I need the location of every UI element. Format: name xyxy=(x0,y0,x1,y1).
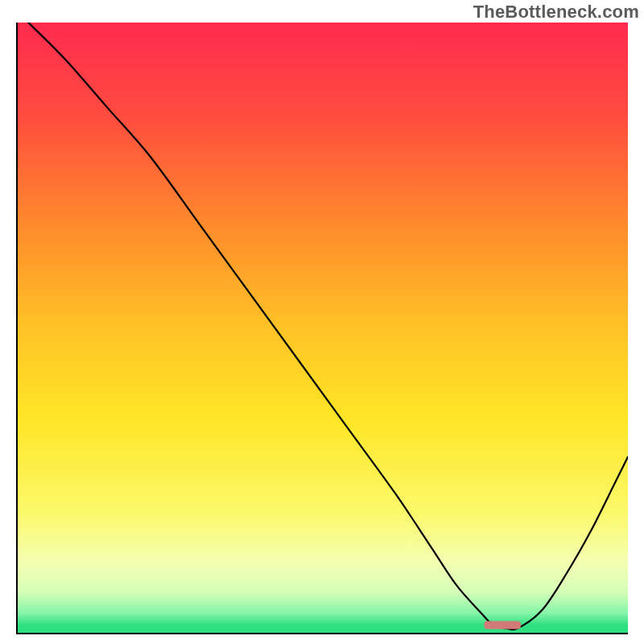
chart-svg xyxy=(16,23,628,634)
plot-area xyxy=(16,23,628,634)
chart-background xyxy=(16,23,628,634)
watermark-text: TheBottleneck.com xyxy=(473,2,639,23)
chart-frame: TheBottleneck.com xyxy=(0,0,644,644)
optimal-marker xyxy=(484,621,521,630)
